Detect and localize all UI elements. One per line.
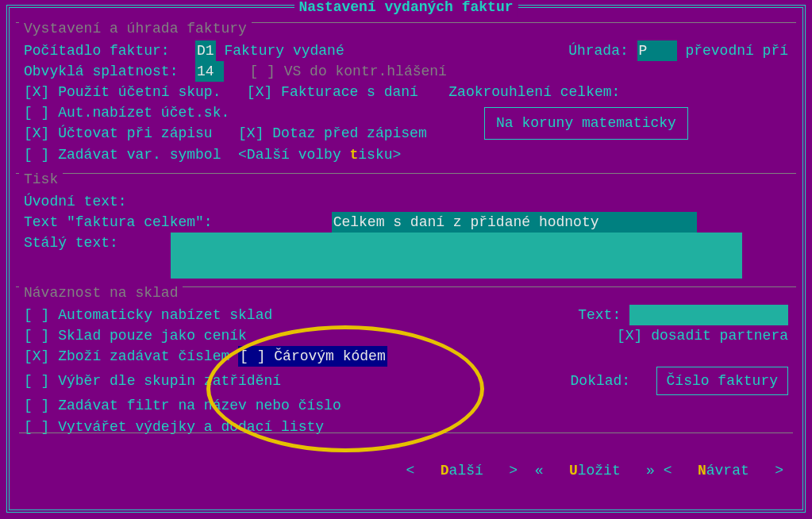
checkbox-name-filter[interactable]: [ ] xyxy=(24,395,58,416)
text-label: Text: xyxy=(578,305,621,325)
total-text-label: Text "faktura celkem": xyxy=(24,212,213,233)
legend-issuance: Vystavení a úhrada faktury xyxy=(19,18,252,39)
back-button[interactable]: < Návrat > xyxy=(664,463,783,479)
payment-input[interactable]: P xyxy=(637,40,677,61)
due-input[interactable]: 14 xyxy=(195,61,224,82)
doc-label: Doklad: xyxy=(571,371,631,391)
rounding-button[interactable]: Na koruny matematicky xyxy=(484,107,688,139)
intro-label: Úvodní text: xyxy=(24,191,127,212)
text-input[interactable] xyxy=(629,305,788,325)
checkbox-confirm[interactable]: [X] xyxy=(238,123,272,144)
dialog-frame: Nastavení vydaných faktur Vystavení a úh… xyxy=(6,5,806,513)
more-print-link[interactable]: <Další volby tisku> xyxy=(238,144,401,165)
perma-label: Stálý text: xyxy=(24,233,118,253)
doc-button[interactable]: Číslo faktury xyxy=(656,367,788,395)
checkbox-auto-offer[interactable]: [ ] xyxy=(24,102,58,123)
perma-textarea[interactable] xyxy=(171,233,742,279)
checkbox-auto-stock[interactable]: [ ] xyxy=(24,305,58,325)
checkbox-enter-vs[interactable]: [ ] xyxy=(24,144,58,165)
due-label: Obvyklá splatnost: xyxy=(24,61,178,82)
checkbox-use-acct[interactable]: [X] xyxy=(24,82,58,102)
dialog-title: Nastavení vydaných faktur xyxy=(294,0,518,17)
total-text-input[interactable]: Celkem s daní z přidané hodnoty xyxy=(332,212,697,233)
checkbox-goods-num[interactable]: [X] xyxy=(24,346,58,367)
payment-label: Úhrada: xyxy=(568,40,629,61)
counter-input[interactable]: D1 xyxy=(195,40,216,61)
checkbox-tax-invoice[interactable]: [X] xyxy=(247,82,281,102)
counter-label: Počítadlo faktur: xyxy=(24,40,170,61)
section-print: Tisk Úvodní text: Text "faktura celkem":… xyxy=(16,173,796,279)
next-button[interactable]: < Další > xyxy=(406,463,518,479)
checkbox-book-write[interactable]: [X] xyxy=(24,123,58,144)
section-issuance: Vystavení a úhrada faktury Počítadlo fak… xyxy=(16,22,796,165)
legend-stock: Návaznost na sklad xyxy=(19,283,183,303)
payment-desc: převodní pří xyxy=(685,40,788,61)
checkbox-group-sel[interactable]: [ ] xyxy=(24,371,58,391)
rounding-label: Zaokrouhlení celkem: xyxy=(448,82,620,102)
checkbox-fill-partner[interactable]: [X] xyxy=(617,325,651,346)
checkbox-vs-kontr[interactable]: [ ] xyxy=(249,61,283,82)
barcode-option[interactable]: [ ] Čárovým kódem xyxy=(238,346,387,367)
checkbox-price-only[interactable]: [ ] xyxy=(24,325,58,346)
counter-desc: Faktury vydané xyxy=(224,40,344,61)
footer-bar: < Další > « Uložit » < Návrat > xyxy=(19,432,793,502)
save-button[interactable]: « Uložit » xyxy=(535,463,655,479)
section-stock: Návaznost na sklad [ ] Automaticky nabíz… xyxy=(16,286,796,437)
legend-print: Tisk xyxy=(19,169,63,190)
